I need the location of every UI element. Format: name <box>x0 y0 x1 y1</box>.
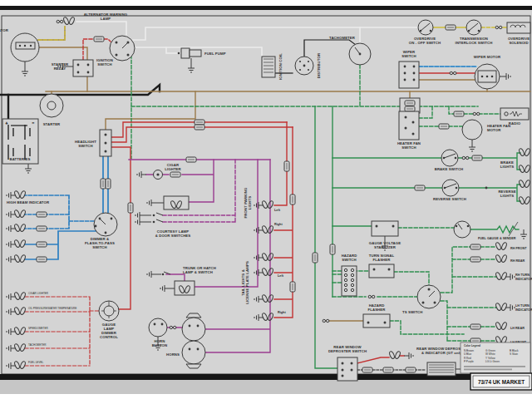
fuse <box>472 155 482 160</box>
fuse <box>290 195 295 204</box>
label-interlock: TRANSMISSIONINTERLOCK SWITCH <box>456 37 493 45</box>
fusebox-symbol <box>400 98 420 113</box>
label-brake-switch: BRAKE SWITCH <box>435 167 464 171</box>
label-alternator: ALTERNATOR <box>0 28 9 32</box>
connector <box>186 157 196 162</box>
connector <box>406 367 416 372</box>
fuse <box>290 282 295 292</box>
fuse <box>446 25 456 30</box>
label-gauge-dimmer: GAUGELAMPDIMMERCONTROL <box>100 323 118 339</box>
fuse <box>313 253 318 263</box>
top-white-strip <box>0 0 532 6</box>
overdrive-solenoid-symbol <box>507 22 530 33</box>
connector <box>195 125 204 130</box>
hazard-flasher-symbol <box>363 314 390 328</box>
legend-entry: G Green <box>485 349 495 352</box>
label-reverse-lights: REVERSELIGHTS <box>498 190 515 198</box>
label-horn-button: HORNBUTTON <box>152 339 167 347</box>
label-tachometer: TACHOMETER <box>329 36 356 40</box>
hazard-switch-symbol <box>342 266 357 296</box>
legend-entry: Y Yellow <box>485 357 495 360</box>
label-ignition-switch: IGNITIONSWITCH <box>96 58 113 66</box>
ts-switch-symbol <box>417 285 441 308</box>
label-rh-indicator: RH TURNINDICATOR <box>515 273 532 281</box>
heater-fan-switch-symbol <box>399 111 419 140</box>
interlock-switch-symbol <box>466 20 481 35</box>
legend-entry: B Black <box>510 349 519 352</box>
fuse <box>284 161 289 171</box>
label-panel-lamp-3: TACHOMETER <box>28 343 47 347</box>
label-wiper-switch: WIPERSWITCH <box>401 50 416 58</box>
fuse <box>470 244 480 249</box>
svg-text:+: + <box>6 121 7 125</box>
top-black-bar <box>0 6 532 10</box>
diagram-title: 73/74 UK MARKET <box>478 379 525 385</box>
label-od-solenoid: OVERDRIVESOLENOID <box>508 37 530 45</box>
label-brake-lights: BRAKELIGHTS <box>500 160 514 169</box>
label-panel-lamp-1: OIL PRESSURE/WATER TEMPERATURE <box>28 307 76 310</box>
connector <box>362 367 372 372</box>
label-tail-right: Right <box>278 311 286 314</box>
connector <box>128 203 133 213</box>
fuse <box>37 242 47 247</box>
headlight-switch-symbol <box>100 130 111 156</box>
svg-text:−: − <box>32 121 34 125</box>
title-block: 73/74 UK MARKET <box>470 373 532 390</box>
label-fuel-gauge: FUEL GAUGE & SENDER <box>478 237 516 240</box>
connector <box>383 367 393 372</box>
legend-entry: LG Lt Green <box>485 360 500 363</box>
label-panel-lamp-0: CIGAR LIGHTER <box>28 292 49 295</box>
legend-title: Color Legend <box>464 344 480 347</box>
legend-entry: U Blue <box>464 352 472 356</box>
gauge-lamp-dimmer-symbol <box>99 301 119 321</box>
legend-entry: S Slate <box>510 352 518 356</box>
label-courtesy: COURTESY LAMP& DOOR SWITCHES <box>155 229 191 238</box>
fuse <box>37 212 47 217</box>
legend-entry: W White <box>485 352 495 356</box>
fuse <box>470 257 480 262</box>
defroster-switch-symbol <box>337 357 357 381</box>
dimmer-switch-symbol <box>94 213 117 236</box>
label-parking-right: Right <box>274 223 283 226</box>
label-trunk-lamp: TRUNK OR HATCHLAMP & SWITCH <box>183 266 216 274</box>
ignition-switch-symbol <box>110 36 135 61</box>
fuse <box>470 324 480 329</box>
fuse <box>405 101 415 106</box>
color-legend: Color Legend N Brown U Blue R Red P Purp… <box>461 342 530 373</box>
label-hazard-switch: HAZARDSWITCH <box>342 254 357 262</box>
reverse-switch-symbol <box>442 180 459 196</box>
connector <box>101 179 106 189</box>
brake-switch-symbol <box>441 150 458 166</box>
fuse <box>439 124 449 129</box>
fuse <box>454 111 464 116</box>
fuse <box>37 257 47 262</box>
legend-entry: P Purple <box>464 360 474 363</box>
label-rh-front: RH FRONT <box>510 247 527 250</box>
connector <box>106 179 111 189</box>
label-high-beam: HIGH BEAM INDICATOR <box>7 200 50 204</box>
label-fuel-pump: FUEL PUMP <box>204 52 226 56</box>
fuse-cigar <box>170 172 180 177</box>
label-tail-left: Left <box>278 274 284 278</box>
radio-symbol <box>500 108 529 120</box>
label-panel-lamp-2: SPEEDOMETER <box>28 327 48 330</box>
fuse <box>405 106 415 111</box>
turn-signal-flasher-symbol <box>369 264 394 278</box>
label-wiper-motor: WIPER MOTOR <box>474 55 501 59</box>
bottom-white-strip <box>0 394 532 399</box>
fuse <box>94 37 104 42</box>
label-horns: HORNS <box>166 352 180 357</box>
junction-dot <box>485 187 488 190</box>
label-rh-rear: RH REAR <box>510 259 525 263</box>
legend-entry: R Red <box>464 357 471 360</box>
bottom-gray-strip <box>0 380 532 394</box>
distributor-symbol <box>295 57 313 75</box>
label-hazard-flasher: HAZARDFLASHER <box>368 303 387 312</box>
legend-entry: N Brown <box>464 349 474 352</box>
label-batteries: BATTERIES <box>10 157 31 161</box>
label-defroster-switch: REAR WINDOWDEFROSTER SWITCH <box>328 345 367 353</box>
label-parking-left: Left <box>274 209 281 212</box>
wiring-diagram: +− <box>0 0 532 399</box>
wiper-switch-symbol <box>399 62 419 88</box>
starter-symbol <box>40 94 63 117</box>
